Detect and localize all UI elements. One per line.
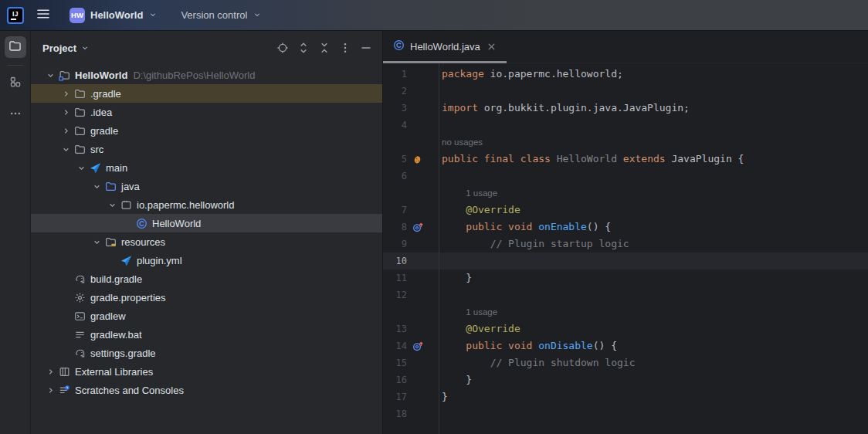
overrides-method-gutter-icon[interactable] xyxy=(407,341,439,351)
collapse-all-icon[interactable] xyxy=(318,42,331,54)
tree-item-gradle-properties[interactable]: gradle.properties xyxy=(31,288,382,307)
structure-tool-window-button[interactable] xyxy=(5,73,26,94)
line-number[interactable]: 12 xyxy=(383,287,407,303)
vcs-widget-button[interactable]: Version control xyxy=(176,5,266,25)
code-line-9[interactable]: 9 // Plugin startup logic xyxy=(383,236,868,253)
chevron-down-icon xyxy=(253,8,262,22)
chevron-down-icon[interactable] xyxy=(74,161,88,174)
usages-inlay-hint[interactable]: no usages xyxy=(439,137,483,147)
chevron-down-icon[interactable] xyxy=(90,180,103,192)
line-number[interactable]: 3 xyxy=(383,100,407,117)
line-number[interactable]: 6 xyxy=(383,168,407,185)
tree-item-label: src xyxy=(90,144,103,155)
plugin-class-gutter-icon[interactable] xyxy=(407,154,439,164)
line-number[interactable]: 4 xyxy=(383,117,407,134)
tree-item-gradle[interactable]: gradle xyxy=(31,121,382,140)
main-menu-button[interactable] xyxy=(32,5,54,25)
code-line-17[interactable]: 17} xyxy=(383,388,868,405)
tree-item-build-gradle[interactable]: build.gradle xyxy=(31,270,382,288)
more-tool-windows-button[interactable] xyxy=(5,104,26,126)
tree-item-settings-gradle[interactable]: settings.gradle xyxy=(31,344,382,362)
panel-header-actions xyxy=(276,42,372,54)
locate-target-icon[interactable] xyxy=(276,42,289,54)
overrides-method-gutter-icon[interactable] xyxy=(407,222,439,232)
chevron-right-icon[interactable] xyxy=(43,365,57,378)
line-number[interactable]: 13 xyxy=(383,320,407,337)
code-editor[interactable]: 1package io.papermc.helloworld;23import … xyxy=(383,63,868,434)
usages-inlay-hint[interactable]: 1 usage xyxy=(439,307,497,317)
line-number[interactable]: 8 xyxy=(383,219,407,236)
code-line-1[interactable]: 1package io.papermc.helloworld; xyxy=(383,66,868,83)
chevron-down-icon[interactable] xyxy=(105,198,119,211)
code-line-11[interactable]: 11 } xyxy=(383,270,868,287)
line-number[interactable]: 17 xyxy=(383,388,407,405)
expand-all-icon[interactable] xyxy=(297,42,310,54)
tree-item-io-papermc-helloworld[interactable]: io.papermc.helloworld xyxy=(31,195,382,214)
tree-item--idea[interactable]: .idea xyxy=(31,103,382,121)
chevron-right-icon[interactable] xyxy=(59,87,73,100)
line-number[interactable]: 11 xyxy=(383,270,407,287)
intellij-logo-icon[interactable]: IJ xyxy=(7,7,24,24)
line-number[interactable]: 9 xyxy=(383,236,407,253)
line-number[interactable]: 14 xyxy=(383,337,407,354)
code-line-12[interactable]: 12 xyxy=(383,287,868,303)
close-tab-icon[interactable] xyxy=(486,41,498,53)
hide-panel-icon[interactable] xyxy=(360,42,372,54)
code-line-10[interactable]: 10 xyxy=(383,253,868,270)
tree-item-resources[interactable]: resources xyxy=(31,232,382,251)
chevron-right-icon[interactable] xyxy=(59,124,73,137)
inlay-hint-row[interactable]: 1 usage xyxy=(383,303,868,320)
tree-item-java[interactable]: java xyxy=(31,177,382,195)
code-line-6[interactable]: 6 xyxy=(383,168,868,185)
code-line-7[interactable]: 7 @Override xyxy=(383,202,868,219)
line-number[interactable]: 2 xyxy=(383,83,407,100)
line-number[interactable]: 16 xyxy=(383,371,407,388)
chevron-right-icon[interactable] xyxy=(59,106,73,118)
lines-icon xyxy=(73,328,86,341)
line-number[interactable]: 1 xyxy=(383,66,407,83)
code-line-16[interactable]: 16 } xyxy=(383,371,868,388)
chevron-down-icon[interactable] xyxy=(43,69,57,81)
line-number[interactable]: 5 xyxy=(383,151,407,168)
code-line-14[interactable]: 14 public void onDisable() { xyxy=(383,337,868,354)
code-line-13[interactable]: 13 @Override xyxy=(383,320,868,337)
tab-helloworld-java[interactable]: HelloWorld.java xyxy=(383,31,507,63)
more-vertical-icon[interactable] xyxy=(339,42,351,54)
tree-item-external-libraries[interactable]: External Libraries xyxy=(31,362,382,381)
tree-item--gradle[interactable]: .gradle xyxy=(31,84,382,103)
line-number[interactable]: 7 xyxy=(383,202,407,219)
project-widget-button[interactable]: HW HelloWorld xyxy=(65,5,162,26)
tree-item-helloworld[interactable]: HelloWorld xyxy=(31,214,382,232)
ellipsis-icon xyxy=(9,107,22,123)
line-number[interactable]: 15 xyxy=(383,354,407,371)
chevron-right-icon[interactable] xyxy=(43,384,57,396)
code-line-15[interactable]: 15 // Plugin shutdown logic xyxy=(383,354,868,371)
code-line-3[interactable]: 3import org.bukkit.plugin.java.JavaPlugi… xyxy=(383,100,868,117)
tree-item-gradlew[interactable]: gradlew xyxy=(31,307,382,325)
tree-item-scratches-and-consoles[interactable]: Scratches and Consoles xyxy=(31,381,382,399)
chevron-down-icon[interactable] xyxy=(80,43,90,53)
line-number[interactable]: 18 xyxy=(383,405,407,422)
tree-item-gradlew-bat[interactable]: gradlew.bat xyxy=(31,325,382,344)
code-token: } xyxy=(442,272,472,283)
code-token xyxy=(442,221,466,232)
inlay-hint-row[interactable]: no usages xyxy=(383,134,868,151)
code-line-8[interactable]: 8 public void onEnable() { xyxy=(383,219,868,236)
chevron-down-icon[interactable] xyxy=(59,143,73,155)
code-line-4[interactable]: 4 xyxy=(383,117,868,134)
usages-inlay-hint[interactable]: 1 usage xyxy=(439,188,497,198)
code-line-2[interactable]: 2 xyxy=(383,83,868,100)
tree-item-plugin-yml[interactable]: plugin.yml xyxy=(31,251,382,270)
chevron-down-icon[interactable] xyxy=(90,236,103,248)
code-line-5[interactable]: 5public final class HelloWorld extends J… xyxy=(383,151,868,168)
tree-item-helloworld[interactable]: HelloWorldD:\githubRePos\HelloWorld xyxy=(31,66,382,84)
tree-item-main[interactable]: main xyxy=(31,158,382,177)
project-tool-window-button[interactable] xyxy=(5,36,26,58)
code-line-18[interactable]: 18 xyxy=(383,405,868,422)
inlay-hint-row[interactable]: 1 usage xyxy=(383,185,868,202)
code-token: } xyxy=(442,391,448,402)
tab-label: HelloWorld.java xyxy=(410,41,480,53)
tree-item-src[interactable]: src xyxy=(31,140,382,158)
line-number[interactable]: 10 xyxy=(383,253,407,270)
code-token xyxy=(442,323,466,334)
